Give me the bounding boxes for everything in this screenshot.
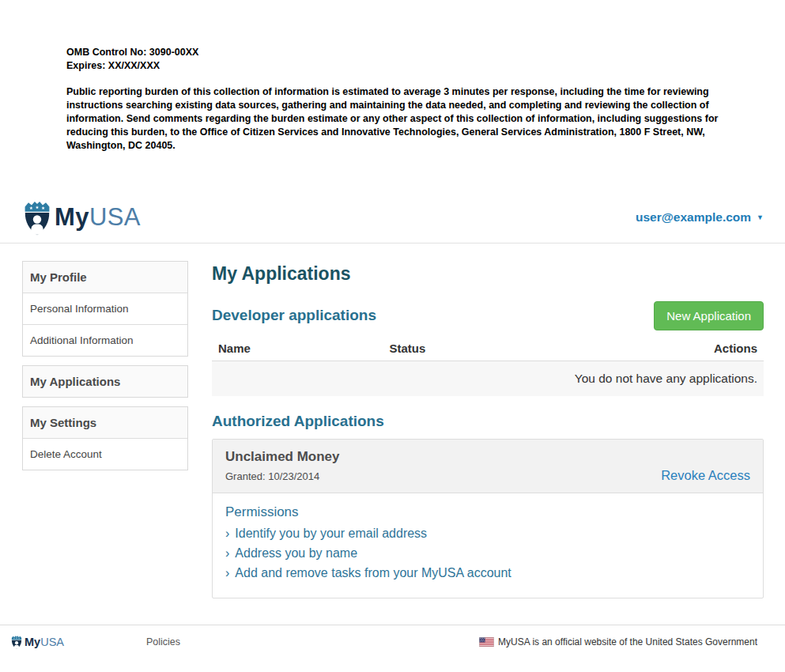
page-title: My Applications (212, 263, 764, 285)
main-panel: My Applications Developer applications N… (212, 261, 764, 598)
authorized-app-card-body: Permissions ›Identify you by your email … (213, 493, 763, 598)
permission-text: Add and remove tasks from your MyUSA acc… (235, 566, 511, 580)
sidebar-group-my-applications: My Applications (22, 365, 188, 398)
caret-down-icon: ▼ (757, 213, 764, 221)
permission-item[interactable]: ›Identify you by your email address (225, 523, 750, 543)
sidebar-group-my-profile: My Profile Personal Information Addition… (22, 261, 188, 357)
logo-text-usa: USA (40, 636, 64, 648)
chevron-right-icon: › (225, 566, 229, 580)
authorized-app-card-header: Unclaimed Money Granted: 10/23/2014 Revo… (213, 440, 763, 493)
empty-applications-message: You do not have any applications. (212, 361, 764, 396)
burden-statement: Public reporting burden of this collecti… (66, 85, 721, 153)
permission-item[interactable]: ›Address you by name (225, 543, 750, 563)
myusa-shield-icon (10, 635, 23, 649)
permissions-list: ›Identify you by your email address ›Add… (225, 523, 750, 583)
table-row: You do not have any applications. (212, 361, 764, 396)
permission-text: Identify you by your email address (235, 527, 427, 540)
column-header-name: Name (212, 338, 383, 361)
sidebar-header-my-profile[interactable]: My Profile (23, 262, 187, 293)
logo-text-my: My (25, 636, 40, 648)
permission-item[interactable]: ›Add and remove tasks from your MyUSA ac… (225, 563, 750, 583)
user-email: user@example.com (636, 210, 751, 225)
omb-notice: OMB Control No: 3090-00XX Expires: XX/XX… (0, 0, 785, 153)
myusa-logo[interactable]: MyUSA (21, 199, 141, 236)
revoke-access-link[interactable]: Revoke Access (661, 468, 750, 483)
site-footer: MyUSA Policies MyUSA is an official webs… (0, 625, 785, 649)
authorized-app-name: Unclaimed Money (225, 449, 750, 465)
sidebar: My Profile Personal Information Addition… (22, 261, 188, 598)
authorized-app-card: Unclaimed Money Granted: 10/23/2014 Revo… (212, 439, 764, 598)
official-notice-text: MyUSA is an official website of the Unit… (498, 636, 757, 647)
user-menu[interactable]: user@example.com ▼ (636, 210, 764, 225)
policies-link[interactable]: Policies (146, 636, 180, 647)
permissions-title: Permissions (225, 504, 750, 520)
logo-text-usa: USA (89, 203, 141, 231)
footer-myusa-logo[interactable]: MyUSA (10, 635, 64, 649)
myusa-shield-icon (21, 199, 53, 236)
omb-control-number: OMB Control No: 3090-00XX (66, 46, 785, 59)
column-header-status: Status (383, 338, 642, 361)
table-header-row: Name Status Actions (212, 338, 764, 361)
content: My Profile Personal Information Addition… (0, 244, 785, 598)
site-header: MyUSA user@example.com ▼ (0, 199, 785, 244)
authorized-applications-heading: Authorized Applications (212, 413, 764, 430)
chevron-right-icon: › (225, 546, 229, 560)
sidebar-item-delete-account[interactable]: Delete Account (23, 438, 187, 470)
developer-applications-table: Name Status Actions You do not have any … (212, 338, 764, 396)
us-flag-icon (479, 637, 494, 647)
official-notice: MyUSA is an official website of the Unit… (479, 636, 757, 647)
omb-expires: Expires: XX/XX/XXX (66, 59, 785, 73)
logo-text-my: My (55, 203, 89, 231)
column-header-actions: Actions (642, 338, 764, 361)
chevron-right-icon: › (225, 527, 229, 540)
sidebar-header-my-applications[interactable]: My Applications (23, 366, 187, 397)
sidebar-header-my-settings[interactable]: My Settings (23, 407, 187, 438)
sidebar-item-additional-information[interactable]: Additional Information (23, 324, 187, 356)
sidebar-group-my-settings: My Settings Delete Account (22, 406, 188, 470)
logo-text: MyUSA (55, 203, 141, 232)
new-application-button[interactable]: New Application (654, 301, 764, 330)
footer-logo-text: MyUSA (25, 636, 64, 648)
developer-applications-header-row: Developer applications New Application (212, 301, 764, 330)
permission-text: Address you by name (235, 546, 357, 560)
developer-applications-heading: Developer applications (212, 307, 376, 324)
sidebar-item-personal-information[interactable]: Personal Information (23, 293, 187, 324)
